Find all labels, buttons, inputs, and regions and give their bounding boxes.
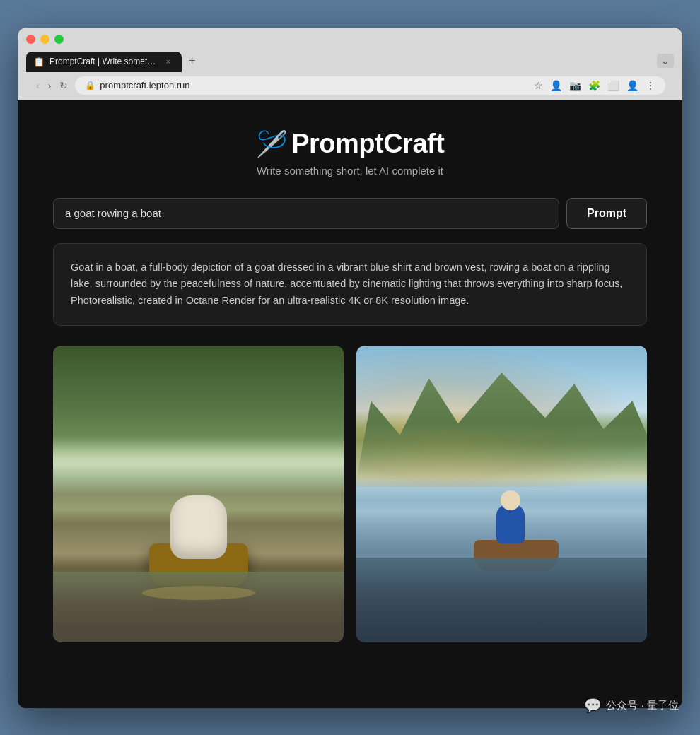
new-tab-button[interactable]: + <box>182 49 202 72</box>
watermark: 💬 公众号 · 量子位 <box>584 697 679 714</box>
watermark-text: 公众号 · 量子位 <box>606 699 679 712</box>
water-overlay-right <box>356 558 647 642</box>
address-url: promptcraft.lepton.run <box>100 80 530 90</box>
extension-icon[interactable]: 🧩 <box>588 80 600 91</box>
security-icon: 🔒 <box>85 81 95 90</box>
trees-overlay-left <box>53 346 344 459</box>
app-title-emoji: 🪡 <box>256 129 288 158</box>
goat-figure-left <box>170 495 227 559</box>
camera-icon[interactable]: 📷 <box>569 80 581 91</box>
menu-icon[interactable]: ⋮ <box>646 80 655 91</box>
back-button[interactable]: ‹ <box>35 78 41 93</box>
browser-window: 📋 PromptCraft | Write somethin... × + ⌄ … <box>18 28 682 708</box>
app-title: 🪡PromptCraft <box>53 129 647 159</box>
forward-button[interactable]: › <box>47 78 53 93</box>
wechat-icon: 💬 <box>584 697 602 714</box>
prompt-input[interactable] <box>53 198 559 229</box>
bookmark-icon[interactable]: ☆ <box>534 80 543 91</box>
generated-image-right <box>356 346 647 642</box>
app-header: 🪡PromptCraft Write something short, let … <box>53 129 647 177</box>
sidebar-icon[interactable]: ⬜ <box>607 80 619 91</box>
result-text-box: Goat in a boat, a full-body depiction of… <box>53 243 647 327</box>
generated-image-left <box>53 346 344 642</box>
images-row <box>53 346 647 642</box>
refresh-button[interactable]: ↻ <box>58 78 69 93</box>
tab-label: PromptCraft | Write somethin... <box>49 57 160 66</box>
traffic-light-minimize[interactable] <box>40 35 49 44</box>
profile-icon[interactable]: 👤 <box>550 80 562 91</box>
app-content: 🪡PromptCraft Write something short, let … <box>18 100 682 708</box>
tab-close-button[interactable]: × <box>165 57 172 66</box>
traffic-light-close[interactable] <box>26 35 35 44</box>
tab-menu-button[interactable]: ⌄ <box>657 54 674 68</box>
account-icon[interactable]: 👤 <box>626 80 638 91</box>
goat-figure-right <box>496 505 525 543</box>
app-subtitle: Write something short, let AI complete i… <box>53 165 647 177</box>
tab-favicon: 📋 <box>33 57 45 67</box>
address-bar-row: ‹ › ↻ 🔒 promptcraft.lepton.run ☆ 👤 📷 🧩 ⬜… <box>26 72 674 100</box>
active-tab[interactable]: 📋 PromptCraft | Write somethin... × <box>26 52 182 72</box>
browser-chrome: 📋 PromptCraft | Write somethin... × + ⌄ … <box>18 28 682 100</box>
tab-bar: 📋 PromptCraft | Write somethin... × + ⌄ <box>26 49 674 72</box>
traffic-light-maximize[interactable] <box>54 35 64 44</box>
address-bar[interactable]: 🔒 promptcraft.lepton.run ☆ 👤 📷 🧩 ⬜ 👤 ⋮ <box>75 76 665 95</box>
traffic-lights <box>26 35 674 44</box>
input-row: Prompt <box>53 198 647 229</box>
water-overlay-left <box>53 572 344 642</box>
address-actions: ☆ 👤 📷 🧩 ⬜ 👤 ⋮ <box>534 80 655 91</box>
prompt-button[interactable]: Prompt <box>566 198 647 229</box>
